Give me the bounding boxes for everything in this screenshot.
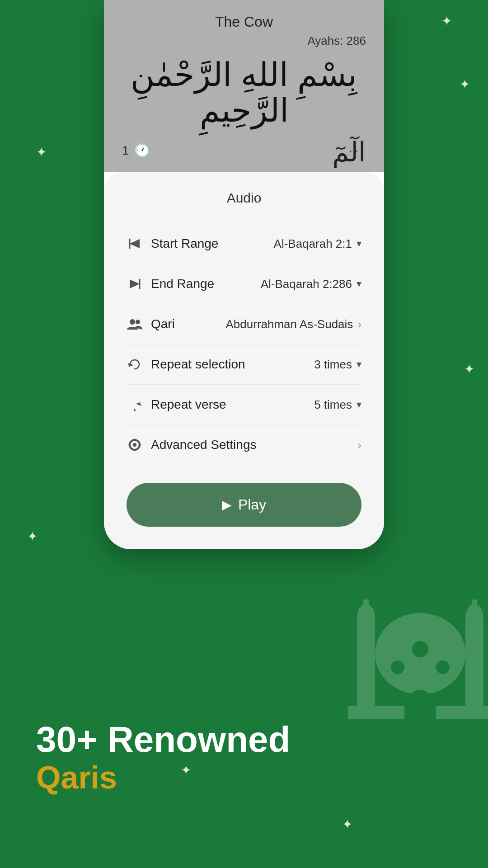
- end-range-dropdown-icon: ▾: [357, 278, 361, 290]
- end-range-text: Al-Baqarah 2:286: [261, 277, 352, 291]
- audio-panel: Audio Start Range Al-Baqarah 2:1 ▾: [104, 172, 384, 549]
- star-1: ✦: [441, 14, 452, 28]
- repeat-selection-left: Repeat selection: [127, 357, 245, 372]
- play-button[interactable]: ▶ Play: [127, 483, 361, 527]
- qari-left: Qari: [127, 317, 175, 331]
- quran-section: The Cow Ayahs: 286 بِسْمِ اللهِ الرَّحْم…: [104, 0, 384, 172]
- ayah-num: 1: [122, 143, 129, 158]
- surah-title: The Cow: [122, 14, 366, 30]
- arabic-alif: الٓمٓ: [332, 136, 366, 168]
- advanced-settings-chevron-right-icon: ›: [357, 438, 361, 452]
- qari-row[interactable]: Qari Abdurrahman As-Sudais ›: [127, 304, 361, 344]
- svg-point-20: [133, 443, 136, 447]
- star-4: ✦: [464, 362, 474, 377]
- svg-rect-23: [128, 444, 131, 446]
- end-range-row[interactable]: End Range Al-Baqarah 2:286 ▾: [127, 264, 361, 304]
- play-triangle-icon: ▶: [222, 497, 232, 512]
- svg-rect-24: [139, 444, 141, 446]
- svg-rect-6: [472, 599, 477, 620]
- repeat-verse-text: 5 times: [314, 398, 352, 412]
- mosque-decoration: [343, 581, 488, 755]
- end-range-left: End Range: [127, 277, 214, 291]
- ayahs-count: Ayahs: 286: [122, 34, 366, 48]
- repeat-verse-label: Repeat verse: [151, 397, 226, 412]
- svg-rect-9: [404, 710, 436, 731]
- svg-marker-16: [130, 279, 140, 288]
- repeat-verse-row[interactable]: Repeat verse 5 times ▾: [127, 385, 361, 425]
- svg-rect-3: [363, 599, 369, 620]
- start-range-dropdown-icon: ▾: [357, 238, 361, 250]
- svg-rect-21: [134, 439, 136, 441]
- ayah-number-row: 1 🕐: [122, 142, 150, 158]
- qari-icon: [127, 318, 143, 330]
- advanced-settings-row[interactable]: Advanced Settings ›: [127, 425, 361, 465]
- repeat-verse-icon: [127, 398, 143, 411]
- svg-point-19: [128, 363, 131, 366]
- qari-value[interactable]: Abdurrahman As-Sudais ›: [226, 317, 362, 331]
- bismillah-arabic: بِسْمِ اللهِ الرَّحْمٰنِ الرَّحِيمِ: [122, 57, 366, 128]
- svg-point-18: [136, 320, 140, 324]
- play-button-label: Play: [238, 496, 266, 513]
- star-2: ✦: [460, 77, 470, 92]
- qari-label: Qari: [151, 317, 175, 331]
- phone-frame: The Cow Ayahs: 286 بِسْمِ اللهِ الرَّحْم…: [104, 0, 384, 549]
- end-range-icon: [127, 277, 143, 291]
- start-range-text: Al-Baqarah 2:1: [274, 237, 352, 251]
- repeat-selection-label: Repeat selection: [151, 357, 245, 372]
- qari-text: Abdurrahman As-Sudais: [226, 317, 353, 331]
- repeat-selection-row[interactable]: Repeat selection 3 times ▾: [127, 344, 361, 385]
- end-range-value[interactable]: Al-Baqarah 2:286 ▾: [261, 277, 361, 291]
- svg-point-12: [412, 641, 428, 657]
- bookmark-icon: 🕐: [134, 142, 150, 158]
- qari-chevron-right-icon: ›: [357, 317, 361, 331]
- star-6: ✦: [342, 817, 352, 832]
- start-range-label: Start Range: [151, 236, 218, 251]
- qaris-text: Qaris: [36, 760, 290, 796]
- advanced-settings-right[interactable]: ›: [357, 438, 361, 452]
- bottom-text-section: 30+ Renowned Qaris: [36, 720, 290, 796]
- repeat-selection-value[interactable]: 3 times ▾: [314, 358, 361, 372]
- repeat-verse-value[interactable]: 5 times ▾: [314, 398, 361, 412]
- start-range-icon: [127, 237, 143, 250]
- repeat-selection-text: 3 times: [314, 358, 352, 372]
- svg-point-10: [391, 660, 404, 674]
- repeat-verse-dropdown-icon: ▾: [357, 399, 361, 410]
- repeat-selection-icon: [127, 358, 143, 371]
- start-range-row[interactable]: Start Range Al-Baqarah 2:1 ▾: [127, 224, 361, 264]
- audio-panel-title: Audio: [127, 190, 361, 206]
- svg-rect-22: [134, 449, 136, 451]
- star-3: ✦: [36, 145, 47, 160]
- advanced-settings-icon: [127, 438, 143, 452]
- svg-marker-14: [130, 239, 140, 248]
- repeat-selection-dropdown-icon: ▾: [357, 359, 361, 370]
- svg-point-11: [436, 660, 450, 674]
- quran-bottom-row: 1 🕐 ···: [122, 137, 366, 163]
- advanced-settings-label: Advanced Settings: [151, 438, 257, 452]
- start-range-left: Start Range: [127, 236, 218, 251]
- end-range-label: End Range: [151, 277, 214, 291]
- star-5: ✦: [27, 529, 38, 544]
- svg-point-17: [130, 319, 135, 325]
- renowned-text: 30+ Renowned: [36, 720, 290, 760]
- repeat-verse-left: Repeat verse: [127, 397, 226, 412]
- start-range-value[interactable]: Al-Baqarah 2:1 ▾: [274, 237, 361, 251]
- advanced-settings-left: Advanced Settings: [127, 438, 257, 452]
